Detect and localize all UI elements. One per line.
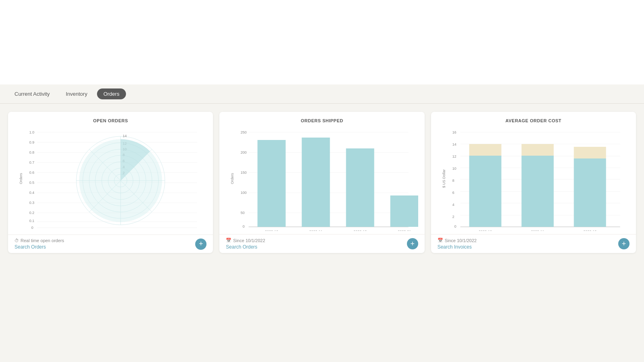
avg-cost-search-link[interactable]: Search Invoices <box>438 244 477 250</box>
svg-text:2022-11: 2022-11 <box>309 230 322 231</box>
svg-text:0.7: 0.7 <box>29 160 35 165</box>
svg-text:0.1: 0.1 <box>29 219 35 223</box>
top-spacer <box>0 0 644 84</box>
orders-shipped-since: 📅 Since 10/1/2022 <box>226 238 265 243</box>
svg-text:Orders: Orders <box>19 173 23 184</box>
clock-icon: ⏱ <box>14 238 19 243</box>
orders-shipped-svg: 250 200 150 100 50 0 Orders <box>226 126 418 231</box>
svg-text:4: 4 <box>452 203 454 207</box>
bar-2022-10 <box>258 140 286 227</box>
bar-2022-11 <box>302 138 330 227</box>
avg-cost-svg: 16 14 12 10 8 6 4 2 0 $ US Dollar <box>438 126 630 231</box>
svg-text:0.8: 0.8 <box>29 150 35 154</box>
svg-text:0.6: 0.6 <box>29 171 35 175</box>
avg-cost-footer: 📅 Since 10/1/2022 Search Invoices + <box>431 234 636 253</box>
orders-shipped-plus-button[interactable]: + <box>407 238 418 249</box>
open-orders-search-link[interactable]: Search Orders <box>14 244 64 250</box>
avg-cost-plus-button[interactable]: + <box>618 238 630 249</box>
open-orders-card: OPEN ORDERS 1.0 0.9 0.8 0.7 0.6 0.5 0.4 … <box>8 112 213 253</box>
bar-cost-2022-10-teal <box>469 156 501 227</box>
avg-cost-chart-area: AVERAGE ORDER COST 16 14 12 10 8 6 4 2 0… <box>431 112 636 234</box>
bar-cost-2022-11-teal <box>521 156 553 227</box>
bar-cost-2022-10-cream <box>469 144 501 156</box>
bar-cost-2022-12-teal <box>574 158 606 227</box>
svg-text:0: 0 <box>243 224 245 228</box>
bar-2023-01 <box>390 195 418 227</box>
avg-cost-title: AVERAGE ORDER COST <box>438 118 630 123</box>
open-orders-chart-area: OPEN ORDERS 1.0 0.9 0.8 0.7 0.6 0.5 0.4 … <box>8 112 213 234</box>
open-orders-footer-info: ⏱ Real time open orders Search Orders <box>14 238 64 250</box>
svg-text:2022-12: 2022-12 <box>353 230 367 231</box>
avg-cost-since-label: Since 10/1/2022 <box>445 238 477 243</box>
orders-shipped-card: ORDERS SHIPPED 250 200 150 100 50 0 Orde… <box>219 112 424 253</box>
svg-text:14: 14 <box>452 142 456 146</box>
orders-shipped-search-link[interactable]: Search Orders <box>226 244 265 250</box>
realtime-label: Real time open orders <box>21 238 64 243</box>
svg-text:2022-11: 2022-11 <box>531 230 544 231</box>
svg-text:2: 2 <box>452 215 454 219</box>
orders-shipped-footer: 📅 Since 10/1/2022 Search Orders + <box>219 234 424 253</box>
average-order-cost-card: AVERAGE ORDER COST 16 14 12 10 8 6 4 2 0… <box>431 112 636 253</box>
avg-cost-chart-wrapper: 16 14 12 10 8 6 4 2 0 $ US Dollar <box>438 126 630 231</box>
svg-text:12: 12 <box>452 154 456 158</box>
svg-text:2023-01: 2023-01 <box>398 230 411 231</box>
svg-text:0: 0 <box>31 226 33 230</box>
svg-text:14: 14 <box>123 134 127 138</box>
orders-shipped-chart-wrapper: 250 200 150 100 50 0 Orders <box>226 126 418 231</box>
open-orders-title: OPEN ORDERS <box>14 118 206 123</box>
svg-text:50: 50 <box>241 211 245 215</box>
calendar-icon-2: 📅 <box>438 238 443 243</box>
svg-text:8: 8 <box>452 179 454 183</box>
svg-text:0.3: 0.3 <box>29 201 35 205</box>
svg-text:16: 16 <box>452 130 456 134</box>
avg-cost-since: 📅 Since 10/1/2022 <box>438 238 477 243</box>
bar-2022-12 <box>346 148 374 227</box>
open-orders-footer: ⏱ Real time open orders Search Orders + <box>8 234 213 253</box>
svg-text:200: 200 <box>241 150 247 154</box>
open-orders-realtime-note: ⏱ Real time open orders <box>14 238 64 243</box>
svg-text:250: 250 <box>241 130 247 134</box>
tab-orders[interactable]: Orders <box>97 88 126 99</box>
bar-cost-2022-12-cream <box>574 147 606 158</box>
svg-text:2022-12: 2022-12 <box>583 230 597 231</box>
svg-text:2022-10: 2022-10 <box>479 230 492 231</box>
svg-text:100: 100 <box>241 191 247 195</box>
orders-shipped-footer-info: 📅 Since 10/1/2022 Search Orders <box>226 238 265 250</box>
radar-svg: 1.0 0.9 0.8 0.7 0.6 0.5 0.4 0.3 0.2 0.1 … <box>14 126 206 231</box>
calendar-icon: 📅 <box>226 238 231 243</box>
svg-text:Orders: Orders <box>230 173 234 184</box>
svg-text:10: 10 <box>452 167 456 171</box>
svg-text:$ US Dollar: $ US Dollar <box>442 169 446 188</box>
avg-cost-footer-info: 📅 Since 10/1/2022 Search Invoices <box>438 238 477 250</box>
content-area: OPEN ORDERS 1.0 0.9 0.8 0.7 0.6 0.5 0.4 … <box>0 104 644 261</box>
nav-bar: Current Activity Inventory Orders <box>0 84 644 104</box>
bar-cost-2022-11-cream <box>521 144 553 156</box>
svg-text:0: 0 <box>454 224 456 228</box>
orders-shipped-since-label: Since 10/1/2022 <box>233 238 265 243</box>
svg-text:2022-10: 2022-10 <box>265 230 278 231</box>
svg-text:0.2: 0.2 <box>29 211 35 215</box>
svg-text:1.0: 1.0 <box>29 130 35 134</box>
tab-current-activity[interactable]: Current Activity <box>8 88 56 99</box>
orders-shipped-title: ORDERS SHIPPED <box>226 118 418 123</box>
svg-text:6: 6 <box>452 191 454 195</box>
orders-shipped-chart-area: ORDERS SHIPPED 250 200 150 100 50 0 Orde… <box>219 112 424 234</box>
svg-text:150: 150 <box>241 171 247 175</box>
svg-text:0.9: 0.9 <box>29 140 35 144</box>
svg-text:0.4: 0.4 <box>29 191 35 195</box>
tab-inventory[interactable]: Inventory <box>59 88 93 99</box>
open-orders-plus-button[interactable]: + <box>195 239 206 250</box>
svg-text:0.5: 0.5 <box>29 181 35 185</box>
radar-chart-wrapper: 1.0 0.9 0.8 0.7 0.6 0.5 0.4 0.3 0.2 0.1 … <box>14 126 206 231</box>
